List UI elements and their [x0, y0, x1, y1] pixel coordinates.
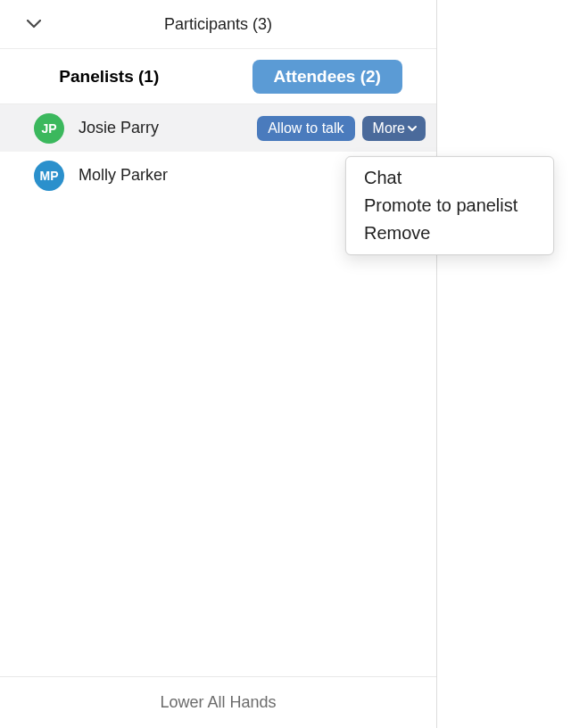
tab-attendees[interactable]: Attendees (2)	[219, 60, 437, 94]
avatar: JP	[34, 113, 64, 144]
tabs: Panelists (1) Attendees (2)	[0, 49, 436, 104]
lower-all-hands-button[interactable]: Lower All Hands	[0, 676, 436, 728]
attendee-name: Josie Parry	[79, 119, 257, 137]
chevron-down-icon[interactable]	[27, 20, 41, 29]
avatar-initials: MP	[40, 169, 59, 183]
panel-header: Participants (3)	[0, 0, 436, 49]
participants-panel: Participants (3) Panelists (1) Attendees…	[0, 0, 437, 728]
row-actions: Allow to talk More	[257, 116, 426, 141]
tab-attendees-pill: Attendees (2)	[252, 60, 402, 94]
allow-to-talk-button[interactable]: Allow to talk	[257, 116, 354, 141]
dropdown-item-remove[interactable]: Remove	[346, 219, 553, 247]
dropdown-item-label: Remove	[364, 223, 430, 243]
dropdown-item-chat[interactable]: Chat	[346, 164, 553, 192]
dropdown-item-label: Chat	[364, 168, 401, 187]
panel-title: Participants (3)	[0, 15, 436, 34]
dropdown-item-label: Promote to panelist	[364, 195, 517, 215]
avatar: MP	[34, 161, 64, 191]
avatar-initials: JP	[41, 121, 56, 136]
more-label: More	[373, 120, 405, 136]
tab-panelists[interactable]: Panelists (1)	[0, 67, 219, 87]
tab-panelists-label: Panelists (1)	[59, 67, 159, 86]
more-button[interactable]: More	[362, 116, 426, 141]
dropdown-item-promote[interactable]: Promote to panelist	[346, 192, 553, 219]
allow-to-talk-label: Allow to talk	[268, 120, 343, 136]
more-dropdown: Chat Promote to panelist Remove	[345, 156, 554, 255]
lower-all-hands-label: Lower All Hands	[160, 693, 276, 712]
tab-attendees-label: Attendees (2)	[274, 67, 381, 86]
list-item[interactable]: JP Josie Parry Allow to talk More	[0, 104, 436, 152]
chevron-down-icon	[406, 122, 418, 135]
